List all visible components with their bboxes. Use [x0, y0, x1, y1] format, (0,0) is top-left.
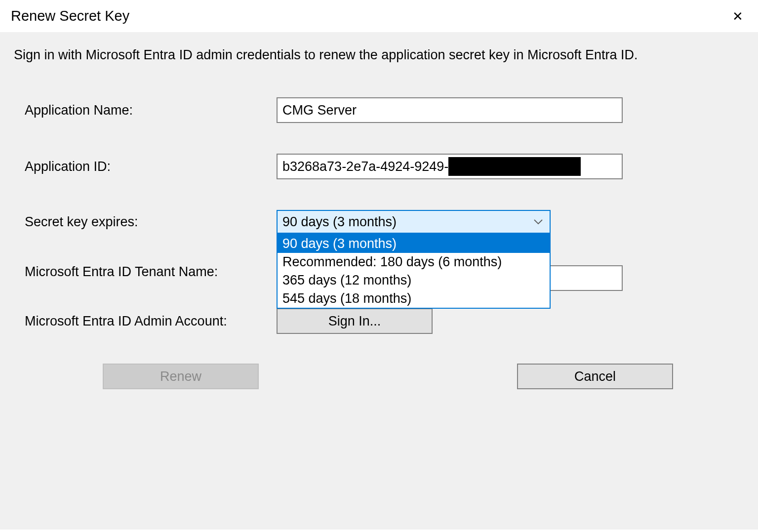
renew-button: Renew	[103, 364, 259, 389]
row-app-name: Application Name:	[14, 97, 744, 123]
label-app-name: Application Name:	[25, 103, 277, 118]
redacted-block	[448, 157, 581, 176]
dropdown-option-0[interactable]: 90 days (3 months)	[278, 235, 550, 253]
dialog-content: Sign in with Microsoft Entra ID admin cr…	[0, 32, 758, 530]
label-admin: Microsoft Entra ID Admin Account:	[25, 314, 277, 329]
row-expires: Secret key expires: 90 days (3 months) 9…	[14, 210, 744, 234]
label-app-id: Application ID:	[25, 159, 277, 174]
input-tenant-name-partial	[551, 265, 623, 291]
row-admin: Microsoft Entra ID Admin Account: Sign I…	[14, 308, 744, 334]
input-app-name[interactable]	[277, 97, 623, 123]
dropdown-option-1[interactable]: Recommended: 180 days (6 months)	[278, 253, 550, 271]
dropdown-option-2[interactable]: 365 days (12 months)	[278, 271, 550, 289]
sign-in-button[interactable]: Sign In...	[277, 308, 433, 334]
chevron-down-icon	[534, 219, 543, 225]
dialog-description: Sign in with Microsoft Entra ID admin cr…	[14, 46, 744, 64]
cancel-button[interactable]: Cancel	[517, 364, 673, 389]
dropdown-expires[interactable]: 90 days (3 months)	[277, 210, 551, 234]
dropdown-expires-selected: 90 days (3 months)	[282, 214, 397, 230]
input-app-id[interactable]: b3268a73-2e7a-4924-9249-	[277, 154, 623, 179]
dropdown-expires-list: 90 days (3 months) Recommended: 180 days…	[277, 234, 551, 309]
button-row: Renew Cancel	[14, 364, 744, 389]
label-expires: Secret key expires:	[25, 214, 277, 230]
label-tenant: Microsoft Entra ID Tenant Name:	[25, 264, 277, 280]
dropdown-option-3[interactable]: 545 days (18 months)	[278, 289, 550, 308]
row-app-id: Application ID: b3268a73-2e7a-4924-9249-	[14, 154, 744, 179]
close-icon[interactable]: ✕	[728, 10, 747, 23]
dialog-title: Renew Secret Key	[11, 8, 129, 24]
app-id-value: b3268a73-2e7a-4924-9249-	[282, 159, 448, 174]
title-bar: Renew Secret Key ✕	[0, 0, 758, 32]
